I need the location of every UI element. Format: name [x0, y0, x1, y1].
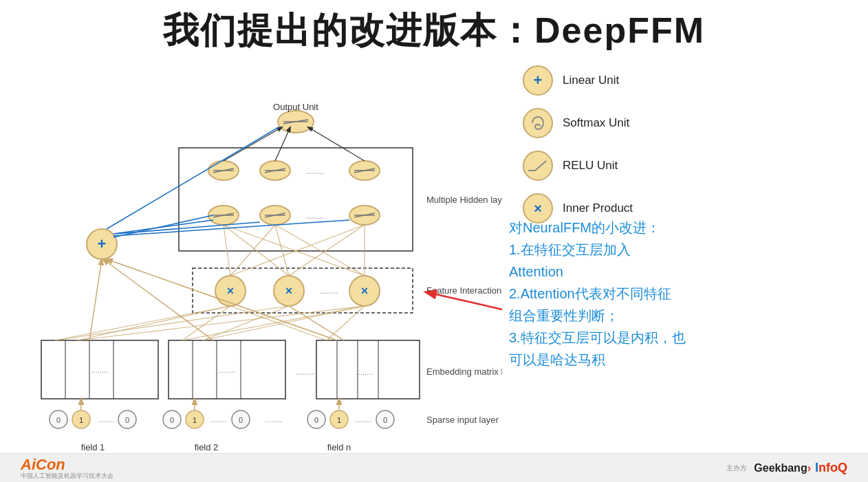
softmax-unit-label: Softmax Unit [563, 116, 629, 130]
main-content: 0 1 ........ 0 0 1 ........ 0 ........ 0… [0, 58, 868, 464]
svg-line-112 [89, 259, 102, 340]
svg-text:........: ........ [219, 366, 235, 374]
svg-line-104 [308, 127, 365, 161]
svg-line-113 [103, 259, 213, 340]
svg-text:Output Unit: Output Unit [273, 102, 318, 112]
svg-line-111 [107, 127, 279, 229]
annotation-box: 对NeuralFFM的小改进： 1.在特征交互层加入 Attention 2.A… [509, 217, 784, 371]
page-title: 我们提出的改进版本：DeepFFM [0, 0, 868, 55]
svg-text:×: × [285, 284, 293, 298]
svg-text:field 1: field 1 [81, 442, 105, 452]
svg-text:........: ........ [210, 415, 226, 424]
svg-text:........: ........ [306, 211, 325, 221]
svg-line-55 [55, 306, 230, 340]
svg-line-90 [230, 225, 275, 276]
svg-text:........: ........ [296, 367, 314, 377]
svg-text:0: 0 [170, 416, 174, 424]
svg-line-103 [275, 127, 290, 161]
svg-line-114 [107, 259, 337, 340]
svg-text:+: + [98, 235, 107, 252]
relu-unit-icon [523, 151, 553, 181]
svg-line-108 [113, 215, 213, 237]
relu-unit-label: RELU Unit [563, 159, 618, 173]
svg-text:........: ........ [91, 366, 108, 374]
legend-relu: RELU Unit [523, 151, 633, 181]
svg-text:1: 1 [193, 416, 197, 424]
organizer-label: 主办方 [726, 463, 747, 473]
inner-product-label: Inner Product [563, 201, 633, 215]
svg-line-61 [182, 306, 365, 340]
linear-unit-icon: + [523, 65, 553, 96]
svg-text:0: 0 [56, 416, 61, 424]
svg-text:0: 0 [125, 416, 129, 424]
legend-softmax: Softmax Unit [523, 108, 633, 138]
annotation-text: 对NeuralFFM的小改进： 1.在特征交互层加入 Attention 2.A… [509, 217, 784, 371]
svg-line-65 [327, 306, 365, 340]
svg-text:1: 1 [337, 416, 341, 424]
geekbang-logo: Geekbang› [754, 462, 811, 474]
svg-text:field n: field n [327, 442, 351, 452]
svg-line-116 [535, 161, 546, 171]
footer-right: 主办方 Geekbang› InfoQ [726, 461, 847, 475]
svg-text:0: 0 [239, 416, 243, 424]
svg-text:........: ........ [306, 166, 325, 176]
svg-text:........: ........ [356, 368, 373, 376]
aicon-logo-sub: 中国人工智能及机器学习技术大会 [21, 472, 113, 481]
aicon-logo-text: AiCon [21, 456, 65, 473]
svg-text:........: ........ [320, 286, 338, 296]
legend-section: + Linear Unit Softmax Unit [523, 65, 633, 236]
legend-linear: + Linear Unit [523, 65, 633, 96]
svg-line-62 [203, 306, 365, 340]
svg-text:0: 0 [383, 416, 387, 424]
footer-left: AiCon 中国人工智能及机器学习技术大会 [21, 456, 113, 481]
svg-text:........: ........ [265, 415, 281, 424]
footer: AiCon 中国人工智能及机器学习技术大会 主办方 Geekbang› Info… [0, 453, 868, 482]
svg-text:0: 0 [314, 416, 318, 424]
svg-text:........: ........ [354, 415, 371, 424]
svg-text:1: 1 [79, 416, 83, 424]
svg-text:........: ........ [98, 415, 114, 424]
svg-text:field 2: field 2 [195, 442, 219, 452]
linear-unit-label: Linear Unit [563, 74, 619, 87]
legend-area: + Linear Unit Softmax Unit [481, 58, 853, 464]
aicon-logo: AiCon 中国人工智能及机器学习技术大会 [21, 456, 113, 481]
diagram-area: 0 1 ........ 0 0 1 ........ 0 ........ 0… [21, 58, 502, 464]
svg-text:×: × [361, 284, 369, 298]
infoq-logo: InfoQ [815, 461, 847, 475]
softmax-unit-icon [523, 108, 553, 138]
svg-line-102 [224, 127, 282, 161]
svg-text:×: × [227, 284, 235, 298]
